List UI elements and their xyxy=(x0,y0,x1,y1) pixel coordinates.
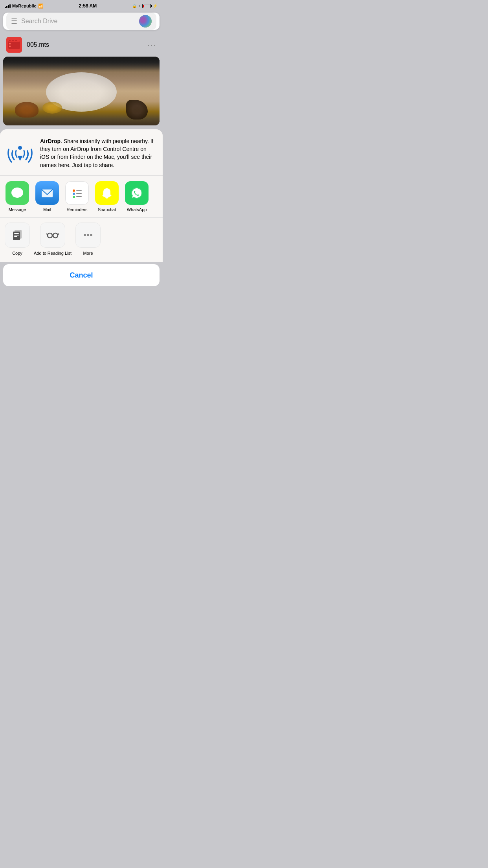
video-overlay xyxy=(3,57,160,72)
app-item-message[interactable]: Message xyxy=(3,181,31,212)
status-time: 2:58 AM xyxy=(79,3,97,9)
svg-rect-4 xyxy=(15,40,17,41)
file-name: 005.mts xyxy=(27,41,143,48)
svg-rect-5 xyxy=(9,43,11,44)
signal-bar-4 xyxy=(9,4,11,8)
actions-section: Copy Add to Reading List xyxy=(0,218,163,262)
carrier-name: MyRepublic xyxy=(12,4,37,8)
svg-rect-16 xyxy=(76,196,82,197)
food-item-1 xyxy=(15,102,39,118)
drive-search-row[interactable]: ☰ Search Drive xyxy=(6,13,156,30)
charging-icon: ⚡ xyxy=(152,4,158,9)
wifi-icon: 📶 xyxy=(38,4,44,9)
svg-point-30 xyxy=(90,234,92,236)
signal-bar-3 xyxy=(8,5,9,8)
more-options-button[interactable]: ··· xyxy=(147,40,156,50)
whatsapp-label: WhatsApp xyxy=(127,207,147,212)
snapchat-label: Snapchat xyxy=(98,207,116,212)
status-left: MyRepublic 📶 xyxy=(5,4,44,9)
apps-row: Message Mail xyxy=(0,181,163,212)
whatsapp-icon xyxy=(125,181,149,205)
svg-rect-3 xyxy=(12,40,14,41)
reading-list-label: Add to Reading List xyxy=(34,251,72,256)
svg-point-28 xyxy=(84,234,86,236)
svg-rect-14 xyxy=(76,190,82,191)
video-thumbnail xyxy=(3,57,160,125)
reminders-icon xyxy=(65,181,89,205)
svg-line-26 xyxy=(47,234,48,235)
message-label: Message xyxy=(9,207,26,212)
svg-point-13 xyxy=(73,196,75,198)
mail-icon xyxy=(35,181,59,205)
copy-icon xyxy=(11,228,24,242)
svg-rect-22 xyxy=(14,236,17,237)
file-row: 005.mts ··· xyxy=(0,33,163,57)
reminders-label: Reminders xyxy=(66,207,87,212)
airdrop-title: AirDrop xyxy=(40,138,61,144)
lock-icon: 🔒 xyxy=(132,4,137,8)
app-item-mail[interactable]: Mail xyxy=(33,181,61,212)
svg-point-24 xyxy=(53,233,58,238)
status-right: 🔒 ‣ ⚡ xyxy=(132,4,158,9)
svg-rect-6 xyxy=(9,46,11,47)
file-icon xyxy=(6,37,22,53)
app-item-snapchat[interactable]: Snapchat xyxy=(93,181,121,212)
user-avatar[interactable] xyxy=(139,15,152,28)
more-icon-wrap xyxy=(75,223,101,248)
svg-rect-15 xyxy=(76,193,82,194)
battery-body xyxy=(142,4,151,8)
copy-label: Copy xyxy=(12,251,22,256)
svg-rect-20 xyxy=(14,233,19,234)
snapchat-icon xyxy=(95,181,119,205)
mail-label: Mail xyxy=(43,207,51,212)
svg-point-8 xyxy=(11,188,23,198)
actions-row: Copy Add to Reading List xyxy=(5,223,158,256)
search-placeholder[interactable]: Search Drive xyxy=(21,18,135,25)
app-item-whatsapp[interactable]: WhatsApp xyxy=(123,181,151,212)
battery-fill xyxy=(143,5,144,7)
share-sheet: AirDrop. Share instantly with people nea… xyxy=(0,129,163,289)
status-bar: MyRepublic 📶 2:58 AM 🔒 ‣ ⚡ xyxy=(0,0,163,11)
airdrop-svg xyxy=(6,139,34,167)
svg-rect-0 xyxy=(8,41,20,49)
more-icon xyxy=(81,228,95,242)
signal-bar-1 xyxy=(5,7,6,8)
svg-rect-2 xyxy=(9,40,11,41)
more-label: More xyxy=(83,251,93,256)
message-icon xyxy=(6,181,29,205)
avatar-image xyxy=(139,15,152,28)
svg-point-12 xyxy=(73,193,75,195)
food-item-3 xyxy=(126,100,148,120)
copy-icon-wrap xyxy=(5,223,30,248)
svg-point-11 xyxy=(73,189,75,192)
menu-icon[interactable]: ☰ xyxy=(11,17,17,26)
svg-point-7 xyxy=(18,146,22,150)
food-item-2 xyxy=(42,102,62,114)
cancel-button[interactable]: Cancel xyxy=(3,264,160,286)
svg-point-23 xyxy=(48,233,52,238)
svg-rect-21 xyxy=(14,235,19,235)
action-item-more[interactable]: More xyxy=(75,223,101,256)
signal-bar-2 xyxy=(6,6,7,8)
svg-point-29 xyxy=(87,234,89,236)
action-item-copy[interactable]: Copy xyxy=(5,223,30,256)
video-frame xyxy=(3,57,160,125)
airdrop-description: AirDrop. Share instantly with people nea… xyxy=(40,137,156,169)
search-bar-container: ☰ Search Drive xyxy=(3,13,160,30)
svg-rect-19 xyxy=(13,232,20,240)
reading-list-icon-wrap xyxy=(40,223,65,248)
film-icon xyxy=(8,39,20,50)
battery-indicator xyxy=(142,4,151,8)
airdrop-section: AirDrop. Share instantly with people nea… xyxy=(0,129,163,176)
apps-section: Message Mail xyxy=(0,176,163,218)
action-item-reading-list[interactable]: Add to Reading List xyxy=(34,223,72,256)
reading-list-icon xyxy=(46,228,59,242)
app-item-reminders[interactable]: Reminders xyxy=(63,181,91,212)
location-icon: ‣ xyxy=(138,4,141,8)
airdrop-icon xyxy=(6,139,34,167)
signal-bars xyxy=(5,4,11,8)
cancel-label: Cancel xyxy=(70,271,93,280)
svg-line-27 xyxy=(58,234,59,235)
